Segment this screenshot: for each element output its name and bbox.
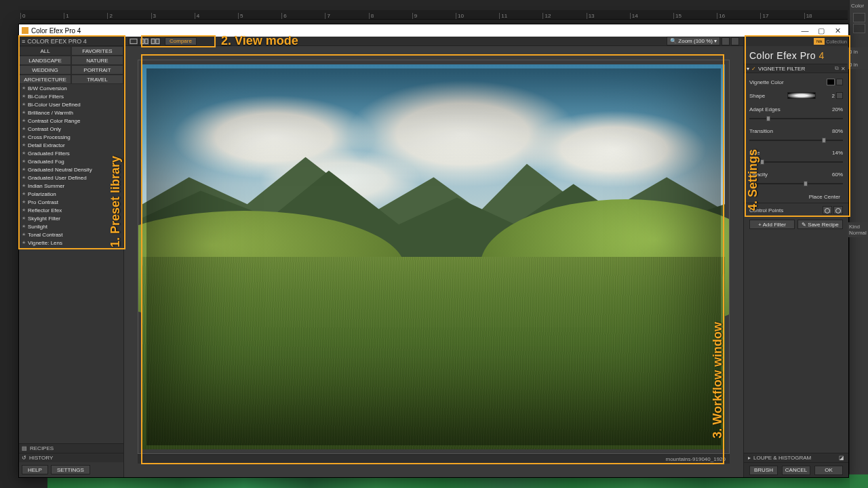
size-slider[interactable] xyxy=(749,160,843,164)
star-icon[interactable]: ★ xyxy=(22,102,26,107)
filter-item[interactable]: ★Reflector Efex xyxy=(19,206,123,214)
filter-label: Graduated Fog xyxy=(28,159,64,165)
recipes-bar[interactable]: ▤ RECIPES xyxy=(19,443,123,453)
category-nature[interactable]: NATURE xyxy=(71,56,123,65)
adapt-edges-slider[interactable] xyxy=(749,117,843,121)
filter-item[interactable]: ★Graduated User Defined xyxy=(19,174,123,182)
opacity-slider[interactable] xyxy=(749,182,843,186)
filter-item[interactable]: ★Graduated Filters xyxy=(19,149,123,157)
category-wedding[interactable]: WEDDING xyxy=(19,65,71,75)
panel-toggle-button[interactable] xyxy=(731,37,739,45)
filter-item[interactable]: ★Pro Contrast xyxy=(19,198,123,206)
color-tab-label: Color xyxy=(850,0,868,12)
swatch xyxy=(853,24,865,33)
image-frame[interactable] xyxy=(138,60,730,454)
brush-button[interactable]: BRUSH xyxy=(749,466,778,475)
popout-icon[interactable]: ◪ xyxy=(839,455,844,461)
loupe-histogram-bar[interactable]: ▸ LOUPE & HISTOGRAM ◪ xyxy=(744,453,848,462)
save-recipe-button[interactable]: ✎Save Recipe xyxy=(797,220,843,229)
maximize-button[interactable]: ▢ xyxy=(813,26,829,35)
star-icon[interactable]: ★ xyxy=(22,232,26,237)
svg-rect-3 xyxy=(151,39,155,43)
close-button[interactable]: ✕ xyxy=(829,26,846,35)
filter-item[interactable]: ★Contrast Color Range xyxy=(19,117,123,125)
zoom-dropdown[interactable]: 🔍Zoom (100 %)▾ xyxy=(667,37,720,45)
star-icon[interactable]: ★ xyxy=(22,150,26,156)
star-icon[interactable]: ★ xyxy=(22,94,26,99)
enable-checkbox-icon[interactable]: ✓ xyxy=(751,66,756,72)
category-favorites[interactable]: FAVORITES xyxy=(71,46,123,56)
expand-icon: ▸ xyxy=(748,455,751,461)
star-icon[interactable]: ★ xyxy=(22,85,26,91)
star-icon[interactable]: ★ xyxy=(22,216,26,221)
transition-slider[interactable] xyxy=(749,138,843,142)
add-control-point-button[interactable] xyxy=(823,206,832,214)
bg-toggle-button[interactable] xyxy=(722,37,730,45)
star-icon[interactable]: ★ xyxy=(22,191,26,197)
nik-chip: Nik xyxy=(814,38,825,45)
ok-button[interactable]: OK xyxy=(814,466,843,475)
history-bar[interactable]: ↺ HISTORY xyxy=(19,453,123,462)
star-icon[interactable]: ★ xyxy=(22,224,26,229)
collapse-icon[interactable]: ▾ xyxy=(747,66,749,72)
star-icon[interactable]: ★ xyxy=(22,199,26,205)
category-landscape[interactable]: LANDSCAPE xyxy=(19,56,71,65)
filter-item[interactable]: ★Cross Processing xyxy=(19,133,123,141)
help-button[interactable]: HELP xyxy=(22,465,48,474)
single-view-button[interactable] xyxy=(128,37,139,45)
filter-item[interactable]: ★Polarization xyxy=(19,190,123,198)
star-icon[interactable]: ★ xyxy=(22,240,26,245)
color-swatch[interactable] xyxy=(827,79,835,85)
category-travel[interactable]: TRAVEL xyxy=(71,75,123,84)
color-dropdown-icon[interactable] xyxy=(836,79,843,85)
filter-item[interactable]: ★Detail Extractor xyxy=(19,141,123,149)
filter-item[interactable]: ★Skylight Filter xyxy=(19,214,123,222)
save-icon: ✎ xyxy=(802,222,806,228)
star-icon[interactable]: ★ xyxy=(22,207,26,213)
category-architecture[interactable]: ARCHITECTURE xyxy=(19,75,71,84)
star-icon[interactable]: ★ xyxy=(22,183,26,188)
shape-dropdown-icon[interactable] xyxy=(836,92,843,99)
minimize-button[interactable]: — xyxy=(797,26,813,35)
search-icon: 🔍 xyxy=(670,38,677,44)
filter-item[interactable]: ★Indian Summer xyxy=(19,182,123,190)
menu-icon[interactable]: ≡ xyxy=(22,38,24,45)
titlebar[interactable]: Color Efex Pro 4 — ▢ ✕ xyxy=(19,24,848,37)
filter-item[interactable]: ★Brilliance / Warmth xyxy=(19,108,123,117)
split-view-button[interactable] xyxy=(139,37,150,45)
filter-item[interactable]: ★Graduated Neutral Density xyxy=(19,165,123,174)
compare-button[interactable]: Compare xyxy=(165,37,197,45)
host-right-panel: Color xyxy=(849,0,868,488)
shape-row: Shape 2 xyxy=(749,89,843,102)
category-portrait[interactable]: PORTRAIT xyxy=(71,65,123,75)
filter-item[interactable]: ★Graduated Fog xyxy=(19,157,123,165)
filter-item[interactable]: ★Tonal Contrast xyxy=(19,230,123,239)
filter-label: Pro Contrast xyxy=(28,199,58,205)
filter-item[interactable]: ★Bi-Color User Defined xyxy=(19,100,123,108)
filter-item[interactable]: ★Sunlight xyxy=(19,222,123,230)
duplicate-icon[interactable]: ⧉ xyxy=(835,65,839,72)
filter-item[interactable]: ★Contrast Only xyxy=(19,125,123,133)
filter-item[interactable]: ★B/W Conversion xyxy=(19,84,123,92)
place-center-row: Place Center xyxy=(744,191,848,203)
settings-button[interactable]: SETTINGS xyxy=(51,465,90,474)
star-icon[interactable]: ★ xyxy=(22,142,26,148)
star-icon[interactable]: ★ xyxy=(22,159,26,164)
star-icon[interactable]: ★ xyxy=(22,134,26,140)
star-icon[interactable]: ★ xyxy=(22,118,26,123)
remove-control-point-button[interactable] xyxy=(833,206,843,214)
filter-label: Indian Summer xyxy=(28,183,64,189)
star-icon[interactable]: ★ xyxy=(22,167,26,172)
side-view-button[interactable] xyxy=(150,37,161,45)
filter-header[interactable]: ▾ ✓ VIGNETTE FILTER ⧉ ✕ xyxy=(744,64,848,73)
filter-item[interactable]: ★Vignette: Lens xyxy=(19,239,123,247)
remove-filter-icon[interactable]: ✕ xyxy=(841,66,846,72)
star-icon[interactable]: ★ xyxy=(22,175,26,180)
host-properties-stub: 0 in 0 in xyxy=(848,47,868,69)
star-icon[interactable]: ★ xyxy=(22,126,26,131)
cancel-button[interactable]: CANCEL xyxy=(782,466,810,475)
category-all[interactable]: ALL xyxy=(19,46,71,56)
filter-item[interactable]: ★Bi-Color Filters xyxy=(19,92,123,100)
star-icon[interactable]: ★ xyxy=(22,110,26,115)
add-filter-button[interactable]: +Add Filter xyxy=(749,220,795,229)
